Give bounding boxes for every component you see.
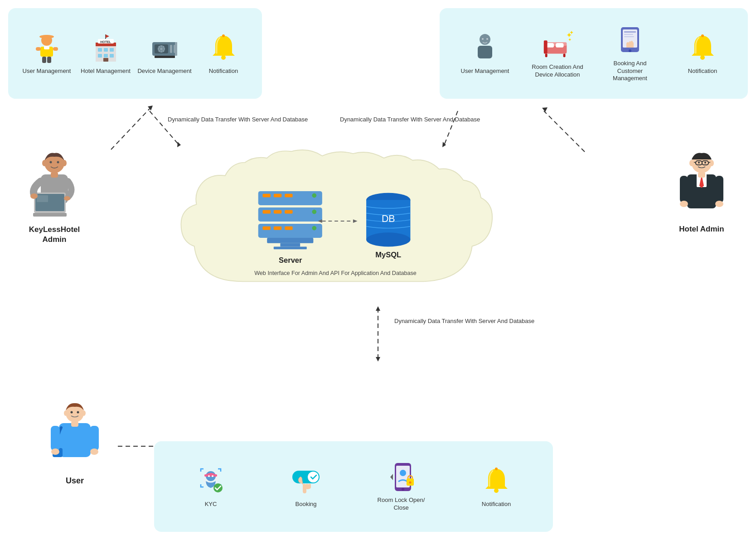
icon-item-room-lock: Room Lock Open/ Close xyxy=(374,461,428,512)
svg-point-59 xyxy=(701,34,704,37)
user-management-hotel-label: User Management xyxy=(461,68,509,75)
svg-text:✦: ✦ xyxy=(569,29,573,35)
svg-rect-47 xyxy=(545,53,548,57)
cloud-container: Server DB MySQL Web Interface For Admin … xyxy=(159,140,512,304)
svg-rect-96 xyxy=(258,207,322,222)
svg-rect-46 xyxy=(544,40,548,53)
svg-point-105 xyxy=(312,226,316,231)
icon-item-device-management: Device Management xyxy=(137,32,192,75)
notification-user-icon xyxy=(480,465,512,497)
svg-rect-56 xyxy=(624,36,634,37)
svg-rect-97 xyxy=(262,210,271,214)
svg-rect-69 xyxy=(37,195,48,202)
svg-marker-22 xyxy=(106,34,109,38)
svg-rect-16 xyxy=(110,48,114,52)
icon-item-notification-admin: Notification xyxy=(196,32,251,75)
svg-rect-86 xyxy=(698,172,705,178)
bottom-panel: KYC Booking xyxy=(154,441,553,532)
booking-icon xyxy=(290,465,322,497)
svg-point-37 xyxy=(222,34,225,37)
keylессhotel-admin-figure: KeyLessHotelAdmin xyxy=(25,149,84,245)
svg-point-41 xyxy=(486,38,488,40)
keylессhotel-admin-label: KeyLessHotelAdmin xyxy=(29,225,80,245)
svg-rect-141 xyxy=(90,426,99,451)
svg-point-115 xyxy=(366,232,410,246)
svg-point-72 xyxy=(64,196,70,201)
kyc-icon xyxy=(195,465,227,497)
svg-text:DB: DB xyxy=(382,213,395,224)
svg-line-125 xyxy=(544,111,585,152)
notification-admin-label: Notification xyxy=(209,68,238,75)
user-management-admin-icon xyxy=(31,32,63,64)
cloud-svg: Server DB MySQL Web Interface For Admin … xyxy=(159,140,512,304)
icon-item-notification-user: Notification xyxy=(469,465,523,508)
svg-rect-98 xyxy=(274,210,282,214)
svg-point-151 xyxy=(308,472,319,482)
right-arrow-label: Dynamically Data Transfer With Server An… xyxy=(340,116,480,124)
icon-item-booking-customer: Booking And Customer Management xyxy=(603,24,657,83)
notification-hotel-label: Notification xyxy=(688,68,717,75)
svg-point-134 xyxy=(82,410,86,416)
svg-rect-66 xyxy=(51,172,58,178)
svg-rect-54 xyxy=(624,31,636,33)
svg-rect-92 xyxy=(262,194,271,198)
svg-rect-4 xyxy=(44,46,49,49)
svg-rect-20 xyxy=(103,58,108,62)
svg-rect-146 xyxy=(204,474,217,477)
svg-point-64 xyxy=(57,161,59,164)
icon-item-notification-hotel: Notification xyxy=(675,32,730,75)
room-creation-icon: ✦ ✦ ✦ xyxy=(542,28,573,60)
user-management-hotel-icon xyxy=(469,32,501,64)
booking-label: Booking xyxy=(296,501,317,508)
svg-rect-93 xyxy=(274,194,282,198)
svg-rect-35 xyxy=(175,42,177,56)
svg-marker-126 xyxy=(542,107,548,112)
top-left-panel: User Management HOTEL xyxy=(8,8,262,99)
svg-marker-129 xyxy=(376,306,380,311)
svg-line-80 xyxy=(708,162,710,163)
icon-item-hotel-management: HOTEL Hotel Management xyxy=(78,32,133,75)
svg-point-135 xyxy=(71,411,73,414)
icon-item-room-creation: ✦ ✦ ✦ Room Creation And Device Allocatio… xyxy=(530,28,585,79)
device-management-icon xyxy=(149,32,180,64)
svg-rect-137 xyxy=(59,423,91,457)
notification-admin-icon xyxy=(208,32,239,64)
svg-text:✦: ✦ xyxy=(568,37,572,42)
room-lock-label: Room Lock Open/ Close xyxy=(374,497,428,512)
hotel-admin-figure: Hotel Admin xyxy=(672,149,731,234)
icon-item-kyc: KYC xyxy=(184,465,238,508)
svg-marker-120 xyxy=(148,106,153,111)
svg-rect-14 xyxy=(98,48,102,52)
booking-customer-label: Booking And Customer Management xyxy=(603,60,657,83)
user-management-admin-label: User Management xyxy=(23,68,71,75)
svg-point-61 xyxy=(42,160,47,166)
svg-point-74 xyxy=(689,160,694,166)
svg-rect-91 xyxy=(258,191,322,205)
kyc-label: KYC xyxy=(205,501,217,508)
svg-rect-19 xyxy=(110,54,114,58)
svg-line-79 xyxy=(694,162,696,163)
svg-point-2 xyxy=(39,35,54,39)
icon-item-booking: Booking xyxy=(279,465,333,508)
svg-rect-107 xyxy=(280,243,300,247)
svg-text:Web Interface For Admin And AP: Web Interface For Admin And API For Appl… xyxy=(254,270,417,276)
svg-rect-55 xyxy=(624,34,633,35)
svg-rect-102 xyxy=(262,227,271,230)
svg-rect-87 xyxy=(680,176,688,203)
svg-text:HOTEL: HOTEL xyxy=(100,40,111,43)
svg-rect-7 xyxy=(42,57,46,63)
room-lock-icon xyxy=(385,461,417,493)
svg-point-100 xyxy=(312,210,316,214)
svg-point-155 xyxy=(400,470,406,476)
svg-point-57 xyxy=(629,49,631,52)
svg-rect-103 xyxy=(274,227,282,230)
device-management-label: Device Management xyxy=(137,68,191,75)
svg-point-40 xyxy=(482,38,484,40)
svg-rect-140 xyxy=(51,426,60,451)
svg-point-71 xyxy=(30,193,38,199)
bottom-arrow-label: Dynamically Data Transfer With Server An… xyxy=(394,317,534,325)
svg-rect-6 xyxy=(53,47,58,51)
room-creation-label: Room Creation And Device Allocation xyxy=(530,63,585,79)
svg-line-119 xyxy=(111,109,150,149)
svg-rect-108 xyxy=(274,246,307,249)
